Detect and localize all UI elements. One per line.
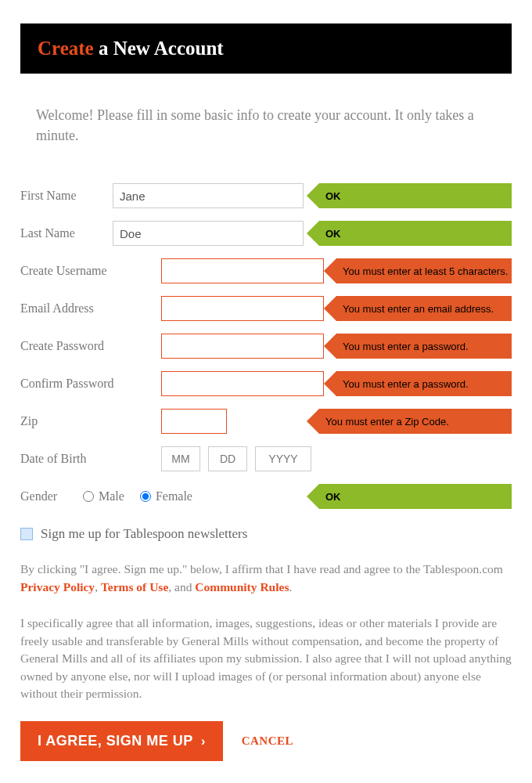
arrow-icon xyxy=(324,258,336,283)
status-confirm-password: You must enter a password. xyxy=(324,371,512,396)
arrow-icon xyxy=(307,221,319,246)
page-header: Create a New Account xyxy=(20,23,512,74)
newsletter-label: Sign me up for Tablespoon newsletters xyxy=(41,526,247,542)
label-confirm-password: Confirm Password xyxy=(20,377,161,391)
chevron-right-icon: › xyxy=(201,734,206,749)
signup-form: First Name OK Last Name OK Create Userna… xyxy=(20,177,512,542)
dob-year-input[interactable] xyxy=(255,446,311,471)
gender-male-radio[interactable] xyxy=(83,491,94,502)
arrow-icon xyxy=(324,296,336,321)
label-username: Create Username xyxy=(20,264,161,278)
zip-input[interactable] xyxy=(161,409,227,434)
status-zip: You must enter a Zip Code. xyxy=(307,409,512,434)
submit-button-label: I AGREE, SIGN ME UP xyxy=(38,733,193,749)
dob-day-input[interactable] xyxy=(208,446,247,471)
label-last-name: Last Name xyxy=(20,226,113,240)
privacy-policy-link[interactable]: Privacy Policy xyxy=(20,580,95,594)
legal-para-2: I specifically agree that all informatio… xyxy=(20,615,512,702)
gender-female-radio[interactable] xyxy=(140,491,151,502)
row-password: Create Password You must enter a passwor… xyxy=(20,327,512,365)
label-dob: Date of Birth xyxy=(20,452,161,466)
cancel-link[interactable]: CANCEL xyxy=(242,734,293,748)
status-email: You must enter an email address. xyxy=(324,296,512,321)
row-first-name: First Name OK xyxy=(20,177,512,215)
status-text: OK xyxy=(319,221,512,246)
status-password: You must enter a password. xyxy=(324,334,512,359)
page-title-accent: Create xyxy=(38,38,94,59)
dob-month-input[interactable] xyxy=(161,446,200,471)
welcome-text: Welcome! Please fill in some basic info … xyxy=(36,105,496,146)
status-text: You must enter a password. xyxy=(336,334,512,359)
row-confirm-password: Confirm Password You must enter a passwo… xyxy=(20,365,512,402)
row-username: Create Username You must enter at least … xyxy=(20,252,512,290)
page-title: Create a New Account xyxy=(38,38,224,59)
status-text: You must enter a Zip Code. xyxy=(319,409,512,434)
status-text: You must enter a password. xyxy=(336,371,512,396)
gender-radio-group: Male Female xyxy=(83,489,203,503)
email-input[interactable] xyxy=(161,296,324,321)
dob-group xyxy=(161,446,311,471)
legal-text: By clicking "I agree. Sign me up." below… xyxy=(20,562,503,576)
legal-text: , xyxy=(95,580,101,594)
username-input[interactable] xyxy=(161,258,324,283)
row-zip: Zip You must enter a Zip Code. xyxy=(20,402,512,440)
row-newsletter: Sign me up for Tablespoon newsletters xyxy=(20,526,512,542)
row-last-name: Last Name OK xyxy=(20,215,512,252)
label-email: Email Address xyxy=(20,301,161,316)
arrow-icon xyxy=(324,334,336,359)
newsletter-checkbox[interactable] xyxy=(20,528,33,540)
status-text: You must enter at least 5 characters. xyxy=(336,258,512,283)
status-first-name: OK xyxy=(307,183,512,208)
arrow-icon xyxy=(307,409,319,434)
status-gender: OK xyxy=(307,484,512,509)
status-username: You must enter at least 5 characters. xyxy=(324,258,512,283)
row-email: Email Address You must enter an email ad… xyxy=(20,290,512,327)
arrow-icon xyxy=(324,371,336,396)
status-text: OK xyxy=(319,183,512,208)
confirm-password-input[interactable] xyxy=(161,371,324,396)
gender-female-label: Female xyxy=(156,489,192,503)
submit-button[interactable]: I AGREE, SIGN ME UP › xyxy=(20,721,223,761)
label-gender: Gender xyxy=(20,489,83,503)
legal-text: , and xyxy=(168,580,195,594)
status-text: You must enter an email address. xyxy=(336,296,512,321)
arrow-icon xyxy=(307,484,319,509)
gender-male-label: Male xyxy=(99,489,124,503)
last-name-input[interactable] xyxy=(113,221,304,246)
label-zip: Zip xyxy=(20,414,161,428)
status-text: OK xyxy=(319,484,512,509)
label-password: Create Password xyxy=(20,339,161,353)
row-dob: Date of Birth xyxy=(20,440,512,478)
arrow-icon xyxy=(307,183,319,208)
status-last-name: OK xyxy=(307,221,512,246)
row-gender: Gender Male Female OK xyxy=(20,478,512,515)
page-title-rest: a New Account xyxy=(94,38,224,59)
actions-row: I AGREE, SIGN ME UP › CANCEL xyxy=(20,721,512,761)
legal-text: . xyxy=(289,580,292,594)
first-name-input[interactable] xyxy=(113,183,304,208)
terms-of-use-link[interactable]: Terms of Use xyxy=(101,580,168,594)
community-rules-link[interactable]: Community Rules xyxy=(195,580,289,594)
label-first-name: First Name xyxy=(20,189,113,203)
legal-para-1: By clicking "I agree. Sign me up." below… xyxy=(20,561,512,596)
password-input[interactable] xyxy=(161,334,324,359)
